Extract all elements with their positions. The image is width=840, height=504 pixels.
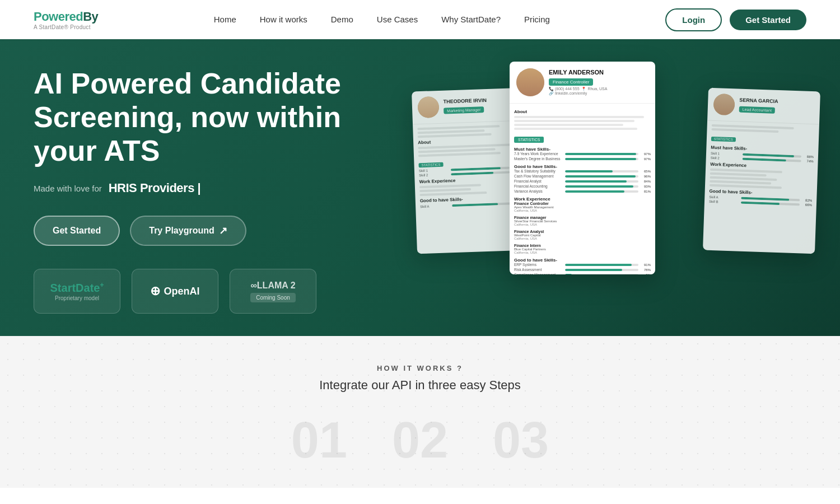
nav-links: Home How it works Demo Use Cases Why Sta…	[214, 15, 550, 25]
nav-use-cases[interactable]: Use Cases	[377, 15, 418, 24]
rc-right-role: Lead Accountant	[739, 106, 776, 114]
hiw-steps: 01 02 03	[34, 415, 806, 465]
rc-left-role: Marketing Manager	[444, 106, 484, 114]
logo-text: PoweredBy	[34, 10, 98, 24]
hero-subtitle-brand: HRIS Providers |	[109, 181, 200, 195]
how-it-works-section: HOW IT WORKS ? Integrate our API in thre…	[0, 336, 840, 488]
hiw-step-1: 01	[291, 415, 347, 465]
rc-right-name: SERNA GARCIA	[739, 97, 778, 104]
nav-why-startdate[interactable]: Why StartDate?	[441, 15, 501, 24]
nav-home[interactable]: Home	[214, 15, 236, 24]
startdate-logo-sub: Proprietary model	[55, 295, 99, 301]
logos-section: StartDate+ Proprietary model ⊕ OpenAI ∞L…	[34, 269, 316, 314]
rc-left-name: THEODORE IRVIN	[443, 97, 487, 105]
resume-card-center: EMILY ANDERSON Finance Controller 📞 (800…	[510, 62, 655, 274]
get-started-nav-button[interactable]: Get Started	[730, 10, 806, 30]
hero-content: AI Powered Candidate Screening, now with…	[34, 67, 358, 246]
nav-pricing[interactable]: Pricing	[524, 15, 550, 24]
rc-center-name: EMILY ANDERSON	[549, 69, 648, 76]
hero-subtitle: Made with love for HRIS Providers |	[34, 181, 358, 195]
rc-work-exp-label: Work Experience	[514, 197, 651, 202]
hiw-step-3: 03	[493, 415, 549, 465]
llama-logo-text: ∞LLAMA 2	[250, 281, 295, 291]
nav-actions: Login Get Started	[665, 8, 806, 31]
hiw-step-2: 02	[392, 415, 448, 465]
startdate-logo-text: StartDate+	[50, 281, 104, 295]
resume-cards-area: THEODORE IRVIN Marketing Manager About S…	[414, 50, 818, 308]
logo-card-openai: ⊕ OpenAI	[132, 269, 218, 314]
resume-card-right: SERNA GARCIA Lead Accountant STATISTICS …	[703, 88, 820, 254]
rc-center-role: Finance Controller	[549, 78, 593, 86]
logo-card-startdate: StartDate+ Proprietary model	[34, 269, 120, 314]
coming-soon-badge: Coming Soon	[250, 293, 296, 302]
nav-demo[interactable]: Demo	[331, 15, 353, 24]
hero-title: AI Powered Candidate Screening, now with…	[34, 67, 358, 167]
hiw-header: HOW IT WORKS ? Integrate our API in thre…	[34, 364, 806, 393]
rc-center-contact: 📞 (800) 444 555 📍 Rhua, USA 🔗 linkedin.c…	[549, 87, 648, 96]
navbar: PoweredBy A StartDate® Product Home How …	[0, 0, 840, 39]
hiw-label: HOW IT WORKS ?	[34, 364, 806, 372]
openai-logo: ⊕ OpenAI	[150, 284, 199, 298]
try-playground-button[interactable]: Try Playground ↗	[130, 216, 246, 246]
rc-must-skills-label: Must have Skills-	[514, 147, 651, 152]
logo-card-llama: ∞LLAMA 2 Coming Soon	[230, 269, 316, 314]
hero-actions: Get Started Try Playground ↗	[34, 216, 358, 246]
nav-how-it-works[interactable]: How it works	[260, 15, 307, 24]
arrow-icon: ↗	[219, 225, 227, 237]
hero-subtitle-prefix: Made with love for	[34, 184, 102, 193]
rc-good-skills-label: Good to have Skills-	[514, 164, 651, 169]
hiw-subtitle: Integrate our API in three easy Steps	[34, 378, 806, 393]
logo-tagline: A StartDate® Product	[34, 24, 98, 30]
login-button[interactable]: Login	[665, 8, 722, 31]
logo[interactable]: PoweredBy A StartDate® Product	[34, 10, 98, 30]
get-started-hero-button[interactable]: Get Started	[34, 216, 120, 246]
hero-section: AI Powered Candidate Screening, now with…	[0, 0, 840, 336]
